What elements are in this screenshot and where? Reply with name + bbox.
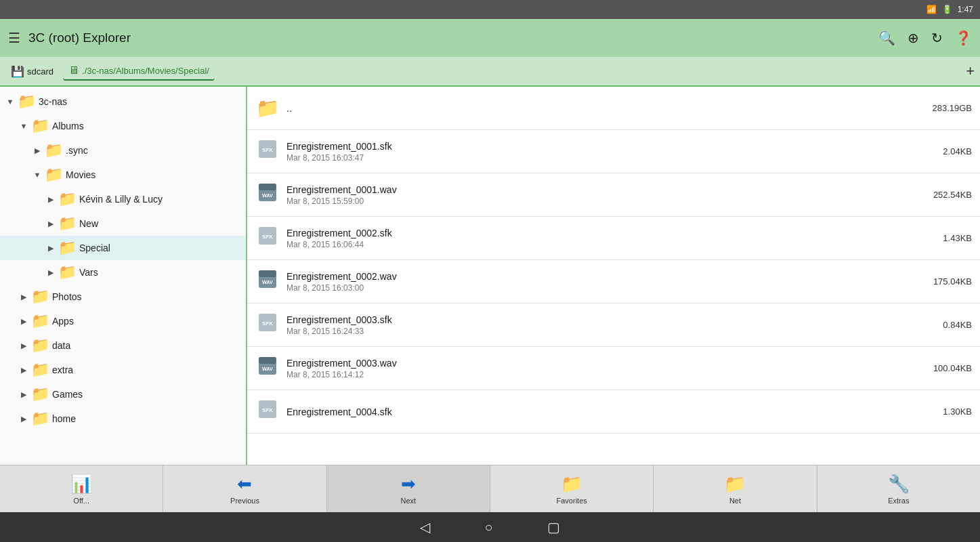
sidebar-item-.sync[interactable]: ▶📁.sync [0,138,246,163]
sdcard-icon: 💾 [11,65,24,78]
menu-icon[interactable]: ☰ [8,30,20,46]
file-size: 0.84KB [943,320,972,330]
help-icon[interactable]: ❓ [955,30,972,46]
sidebar-item-extra[interactable]: ▶📁extra [0,358,246,382]
file-icon-sfk: SFK [255,312,280,337]
file-date: Mar 8, 2015 16:24:33 [286,327,936,336]
breadcrumb-sdcard[interactable]: 💾 sdcard [5,62,59,81]
file-name: Enregistrement_0003.sfk [286,314,936,325]
arrow-icon: ▶ [19,341,28,350]
file-icon-wav: WAV [255,182,280,207]
breadcrumb-nas-label: ./3c-nas/Albums/Movies/Special/ [82,66,209,76]
file-size: 1.30KB [943,406,972,417]
favorites-nav-icon: 📁 [561,474,582,495]
file-row[interactable]: SFKEnregistrement_0004.sfk1.30KB [247,390,980,434]
svg-rect-8 [259,270,276,277]
folder-icon: 📁 [18,93,36,110]
offline-nav-label: Off... [73,497,89,505]
breadcrumb-sdcard-label: sdcard [27,66,54,77]
nav-item-next[interactable]: ➡Next [327,465,490,512]
file-row[interactable]: WAVEnregistrement_0002.wavMar 8, 2015 16… [247,260,980,304]
previous-nav-icon: ⬅ [237,474,252,495]
file-info: Enregistrement_0004.sfk [286,406,936,417]
sidebar-item-3c-nas[interactable]: ▼📁3c-nas [0,89,246,114]
folder-icon: 📁 [45,142,63,159]
sidebar-item-New[interactable]: ▶📁New [0,211,246,236]
file-size: 100.04KB [933,363,972,373]
file-name: Enregistrement_0004.sfk [286,406,936,417]
sidebar-item-Kevin[interactable]: ▶📁Kévin & Lilly & Lucy [0,187,246,211]
arrow-icon: ▼ [33,171,42,179]
search-icon[interactable]: 🔍 [878,30,895,46]
file-size: 252.54KB [933,190,972,200]
breadcrumb-nas[interactable]: 🖥 ./3c-nas/Albums/Movies/Special/ [63,62,215,81]
battery-icon: 🔋 [942,5,952,14]
recents-button[interactable]: ▢ [547,519,560,535]
file-row[interactable]: SFKEnregistrement_0003.sfkMar 8, 2015 16… [247,304,980,347]
file-info: Enregistrement_0003.wavMar 8, 2015 16:14… [286,358,926,379]
folder-icon: 📁 [58,264,77,281]
home-button[interactable]: ○ [484,520,492,535]
file-date: Mar 8, 2015 16:03:00 [286,283,926,293]
nav-item-offline[interactable]: 📊Off... [0,465,163,512]
sidebar-item-data[interactable]: ▶📁data [0,333,246,358]
favorites-nav-label: Favorites [557,497,587,505]
file-row[interactable]: 📁..283.19GB [247,87,980,130]
sidebar-item-Special[interactable]: ▶📁Special [0,236,246,260]
nav-item-extras[interactable]: 🔧Extras [817,465,980,512]
breadcrumb-add-button[interactable]: + [966,62,975,80]
file-info: Enregistrement_0002.wavMar 8, 2015 16:03… [286,271,926,293]
offline-nav-icon: 📊 [70,474,92,495]
file-name: Enregistrement_0001.sfk [286,141,936,152]
sidebar-item-Movies[interactable]: ▼📁Movies [0,163,246,187]
extras-nav-icon: 🔧 [888,474,910,495]
svg-text:WAV: WAV [262,193,273,198]
file-row[interactable]: WAVEnregistrement_0003.wavMar 8, 2015 16… [247,347,980,390]
file-size: 175.04KB [933,276,972,287]
file-size: 1.43KB [943,233,972,243]
sidebar-item-Photos[interactable]: ▶📁Photos [0,285,246,309]
extras-nav-label: Extras [888,497,909,505]
next-nav-icon: ➡ [401,474,416,495]
file-icon-sfk: SFK [255,226,280,251]
folder-icon: 📁 [58,239,77,257]
nav-item-favorites[interactable]: 📁Favorites [490,465,654,512]
file-icon-sfk: SFK [255,139,280,164]
file-size: 283.19GB [932,103,972,113]
sidebar-item-Vars[interactable]: ▶📁Vars [0,260,246,285]
nav-item-net[interactable]: 📁Net [654,465,817,512]
folder-icon: 📁 [45,166,63,184]
file-name: Enregistrement_0001.wav [286,184,926,195]
folder-icon: 📁 [31,361,49,379]
sidebar-item-label: Photos [52,291,82,302]
svg-text:SFK: SFK [262,320,273,327]
file-row[interactable]: SFKEnregistrement_0001.sfkMar 8, 2015 16… [247,130,980,173]
sidebar-item-Apps[interactable]: ▶📁Apps [0,309,246,333]
arrow-icon: ▶ [46,268,56,277]
file-size: 2.04KB [943,146,972,157]
sidebar-item-label: extra [52,364,73,375]
main-layout: ▼📁3c-nas▼📁Albums▶📁.sync▼📁Movies▶📁Kévin &… [0,87,980,465]
toolbar-icons: 🔍 ⊕ ↻ ❓ [878,30,972,46]
sidebar-item-label: Vars [79,267,98,278]
android-nav: ◁ ○ ▢ [0,512,980,542]
app-title: 3C (root) Explorer [28,30,870,45]
back-button[interactable]: ◁ [420,519,430,535]
refresh-icon[interactable]: ↻ [931,30,943,46]
sidebar-item-Games[interactable]: ▶📁Games [0,382,246,406]
svg-text:SFK: SFK [262,147,273,153]
file-row[interactable]: SFKEnregistrement_0002.sfkMar 8, 2015 16… [247,217,980,260]
folder-icon: 📁 [31,385,49,403]
file-row[interactable]: WAVEnregistrement_0001.wavMar 8, 2015 15… [247,173,980,217]
arrow-icon: ▶ [19,293,28,301]
svg-text:SFK: SFK [262,407,273,413]
sidebar-item-Albums[interactable]: ▼📁Albums [0,114,246,138]
sidebar-item-home[interactable]: ▶📁home [0,406,246,431]
add-icon[interactable]: ⊕ [908,30,919,46]
nav-item-previous[interactable]: ⬅Previous [163,465,326,512]
sidebar-item-label: data [52,340,70,351]
arrow-icon: ▶ [19,415,28,423]
time-display: 1:47 [958,5,973,14]
arrow-icon: ▶ [19,390,28,399]
breadcrumb-bar: 💾 sdcard 🖥 ./3c-nas/Albums/Movies/Specia… [0,57,980,87]
